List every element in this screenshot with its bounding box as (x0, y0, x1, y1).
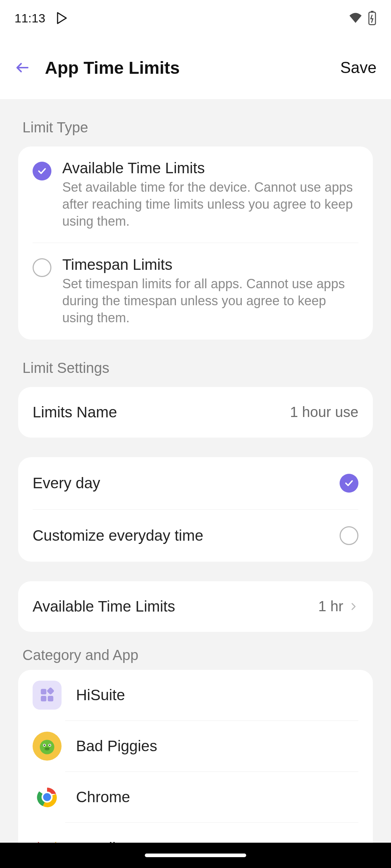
app-row-bad-piggies[interactable]: Bad Piggies (18, 721, 373, 771)
app-row-gmail[interactable]: Gmail (18, 823, 373, 843)
app-row-chrome[interactable]: Chrome (18, 772, 373, 822)
option-desc: Set available time for the device. Canno… (62, 179, 358, 230)
available-time-card[interactable]: Available Time Limits 1 hr (18, 581, 373, 632)
check-on-icon (340, 474, 358, 493)
save-button[interactable]: Save (340, 59, 377, 77)
customize-label: Customize everyday time (33, 527, 203, 544)
option-available-time-limits[interactable]: Available Time Limits Set available time… (18, 146, 373, 243)
radio-unchecked-icon (33, 258, 51, 277)
option-desc: Set timespan limits for all apps. Cannot… (62, 276, 358, 326)
content-area: Limit Type Available Time Limits Set ava… (0, 99, 391, 843)
check-off-icon (340, 526, 358, 545)
play-store-icon (55, 12, 68, 25)
svg-rect-2 (41, 689, 46, 694)
app-header: App Time Limits Save (0, 36, 391, 99)
schedule-card: Every day Customize everyday time (18, 457, 373, 562)
option-timespan-limits[interactable]: Timespan Limits Set timespan limits for … (18, 243, 373, 339)
radio-checked-icon (33, 162, 51, 180)
status-bar: 11:13 (0, 0, 391, 36)
svg-point-13 (47, 748, 49, 749)
svg-point-10 (49, 745, 51, 746)
limits-name-card[interactable]: Limits Name 1 hour use (18, 387, 373, 438)
svg-rect-1 (371, 11, 373, 12)
chevron-right-icon (348, 601, 358, 612)
app-name: Gmail (76, 839, 116, 843)
svg-rect-4 (48, 696, 53, 701)
every-day-label: Every day (33, 475, 100, 492)
limits-name-value: 1 hour use (290, 404, 358, 420)
arrow-left-icon (14, 60, 30, 76)
available-time-label: Available Time Limits (33, 598, 175, 615)
svg-point-11 (45, 747, 50, 750)
app-list-card: HiSuite Bad Piggies Chrome (18, 670, 373, 843)
limit-type-card: Available Time Limits Set available time… (18, 146, 373, 340)
battery-icon (368, 11, 377, 25)
limits-name-label: Limits Name (33, 404, 117, 421)
section-category-app: Category and App (18, 647, 373, 663)
svg-rect-5 (47, 687, 55, 695)
app-name: Bad Piggies (76, 737, 157, 755)
svg-point-12 (46, 748, 47, 749)
status-time: 11:13 (14, 11, 45, 25)
section-limit-type: Limit Type (18, 119, 373, 136)
app-name: HiSuite (76, 686, 125, 704)
page-title: App Time Limits (45, 58, 340, 78)
every-day-row[interactable]: Every day (18, 457, 373, 509)
chrome-icon (33, 783, 62, 812)
app-name: Chrome (76, 788, 130, 806)
nav-handle[interactable] (145, 854, 246, 857)
back-button[interactable] (14, 60, 36, 76)
bad-piggies-icon (33, 732, 62, 761)
gmail-icon (33, 834, 62, 843)
app-row-hisuite[interactable]: HiSuite (18, 670, 373, 720)
wifi-icon (348, 12, 363, 24)
option-title: Available Time Limits (62, 159, 358, 177)
option-title: Timespan Limits (62, 256, 358, 273)
available-time-value: 1 hr (318, 598, 343, 614)
svg-point-9 (44, 745, 45, 746)
svg-rect-3 (41, 696, 46, 701)
hisuite-icon (33, 681, 62, 710)
section-limit-settings: Limit Settings (18, 360, 373, 376)
android-nav-bar (0, 843, 391, 868)
customize-row[interactable]: Customize everyday time (18, 510, 373, 562)
